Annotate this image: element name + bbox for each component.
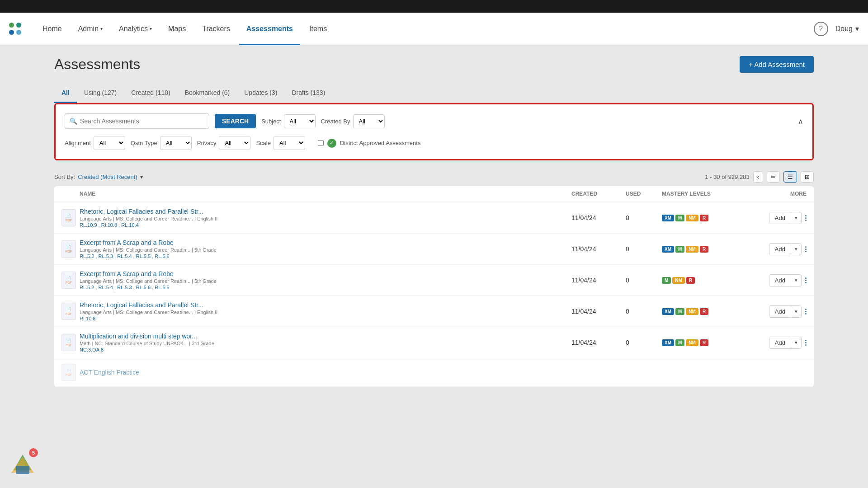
qstn-type-select[interactable]: All — [160, 136, 192, 150]
search-input[interactable] — [80, 114, 204, 128]
add-main-button[interactable]: Add — [769, 337, 791, 348]
subject-label: Subject — [261, 118, 281, 125]
tab-all[interactable]: All — [54, 84, 77, 103]
add-arrow-button[interactable]: ▾ — [791, 275, 801, 286]
add-main-button[interactable]: Add — [769, 275, 791, 286]
item-used: 0 — [626, 277, 662, 284]
more-options-button[interactable] — [805, 309, 807, 314]
search-row-2: Alignment All Qstn Type All Privacy All … — [65, 136, 803, 150]
collapse-button[interactable]: ∧ — [798, 117, 803, 126]
alignment-label: Alignment — [65, 140, 91, 146]
sort-right: 1 - 30 of 929,283 ‹ ✏ ☰ ⊞ — [705, 171, 814, 183]
more-options-button[interactable] — [805, 215, 807, 221]
sort-value[interactable]: Created (Most Recent) — [78, 174, 137, 180]
item-icon: 📄 PDF — [61, 272, 76, 289]
add-arrow-button[interactable]: ▾ — [791, 213, 801, 223]
item-meta: Math | NC: Standard Course of Study UNPA… — [80, 341, 571, 346]
page-title: Assessments — [54, 56, 140, 73]
add-split-btn: Add ▾ — [769, 337, 802, 349]
add-arrow-button[interactable]: ▾ — [791, 306, 801, 317]
district-approved-checkbox[interactable] — [318, 140, 324, 146]
logo-dot-1 — [9, 23, 14, 28]
created-by-select[interactable]: All — [353, 114, 385, 128]
nav-home[interactable]: Home — [35, 13, 69, 45]
badge-m: M — [675, 215, 684, 221]
alignment-select[interactable]: All — [94, 136, 125, 150]
user-menu[interactable]: Doug ▾ — [835, 24, 859, 33]
badge-m: M — [662, 277, 671, 284]
badge-xm: XM — [662, 339, 674, 346]
subject-select[interactable]: All — [284, 114, 316, 128]
add-main-button[interactable]: Add — [769, 212, 791, 224]
mastery-badges: M NM R — [662, 277, 752, 284]
privacy-select[interactable]: All — [219, 136, 250, 150]
nav-items[interactable]: Items — [302, 13, 334, 45]
item-standards: NC.3.OA.8 — [80, 347, 571, 352]
col-more: MORE — [752, 191, 807, 197]
item-meta: Language Arts | MS: College and Career R… — [80, 310, 571, 315]
table-row: 📄 PDF Excerpt from A Scrap and a Robe La… — [54, 265, 814, 296]
item-title[interactable]: Rhetoric, Logical Fallacies and Parallel… — [80, 301, 571, 309]
tab-updates[interactable]: Updates (3) — [237, 84, 284, 103]
row-actions: Add ▾ — [752, 305, 807, 318]
table-row: 📄 PDF Excerpt from A Scrap and a Robe La… — [54, 234, 814, 265]
add-main-button[interactable]: Add — [769, 244, 791, 255]
tab-created[interactable]: Created (110) — [124, 84, 177, 103]
item-icon: 📄 PDF — [61, 209, 76, 226]
grid-view-button[interactable]: ⊞ — [801, 171, 814, 183]
help-button[interactable]: ? — [814, 22, 828, 36]
bottom-widget[interactable]: 5 — [9, 450, 38, 479]
top-bar — [0, 0, 868, 13]
subject-filter: Subject All — [261, 114, 315, 128]
logo-dot-4 — [16, 30, 21, 35]
page-header: Assessments + Add Assessment — [54, 56, 814, 73]
badge-r: R — [700, 339, 708, 346]
item-title[interactable]: Excerpt from A Scrap and a Robe — [80, 239, 571, 246]
add-arrow-button[interactable]: ▾ — [791, 338, 801, 348]
item-created: 11/04/24 — [571, 245, 626, 253]
add-main-button[interactable]: Add — [769, 306, 791, 317]
item-meta: Language Arts | MS: College and Career R… — [80, 216, 571, 221]
item-meta: Language Arts | MS: College and Career R… — [80, 247, 571, 253]
privacy-filter: Privacy All — [197, 136, 251, 150]
more-options-button[interactable] — [805, 277, 807, 283]
item-title[interactable]: Multiplication and division multi step w… — [80, 333, 571, 340]
item-title[interactable]: ACT English Practice — [80, 369, 571, 376]
badge-r: R — [700, 215, 708, 221]
more-options-button[interactable] — [805, 340, 807, 346]
tab-drafts[interactable]: Drafts (133) — [284, 84, 332, 103]
col-created: CREATED — [571, 191, 626, 197]
tab-bookmarked[interactable]: Bookmarked (6) — [178, 84, 237, 103]
nav-admin[interactable]: Admin ▾ — [71, 13, 110, 45]
search-button[interactable]: SEARCH — [215, 114, 256, 128]
item-created: 11/04/24 — [571, 214, 626, 221]
add-arrow-button[interactable]: ▾ — [791, 244, 801, 254]
nav-assessments[interactable]: Assessments — [239, 13, 300, 45]
item-info: Multiplication and division multi step w… — [80, 333, 571, 352]
badge-m: M — [675, 339, 684, 346]
more-options-button[interactable] — [805, 246, 807, 252]
item-title[interactable]: Rhetoric, Logical Fallacies and Parallel… — [80, 208, 571, 215]
prev-page-button[interactable]: ‹ — [753, 171, 763, 183]
user-arrow: ▾ — [855, 24, 859, 33]
table-row: 📄 PDF ACT English Practice — [54, 358, 814, 387]
scale-select[interactable]: All — [274, 136, 305, 150]
nav-analytics[interactable]: Analytics ▾ — [112, 13, 159, 45]
item-used: 0 — [626, 245, 662, 253]
list-view-button[interactable]: ☰ — [783, 171, 797, 183]
nav-right: ? Doug ▾ — [814, 22, 859, 36]
add-assessment-button[interactable]: + Add Assessment — [740, 56, 814, 73]
item-icon: 📄 PDF — [61, 240, 76, 258]
item-info: Rhetoric, Logical Fallacies and Parallel… — [80, 301, 571, 321]
item-used: 0 — [626, 214, 662, 221]
item-title[interactable]: Excerpt from A Scrap and a Robe — [80, 270, 571, 277]
sort-bar: Sort By: Created (Most Recent) ▾ 1 - 30 … — [54, 168, 814, 186]
nav-trackers[interactable]: Trackers — [195, 13, 237, 45]
badge-m: M — [675, 308, 684, 315]
edit-button[interactable]: ✏ — [767, 171, 780, 183]
row-actions: Add ▾ — [752, 243, 807, 255]
logo[interactable] — [9, 23, 22, 35]
nav-maps[interactable]: Maps — [161, 13, 193, 45]
col-icon — [61, 191, 80, 197]
tab-using[interactable]: Using (127) — [77, 84, 124, 103]
